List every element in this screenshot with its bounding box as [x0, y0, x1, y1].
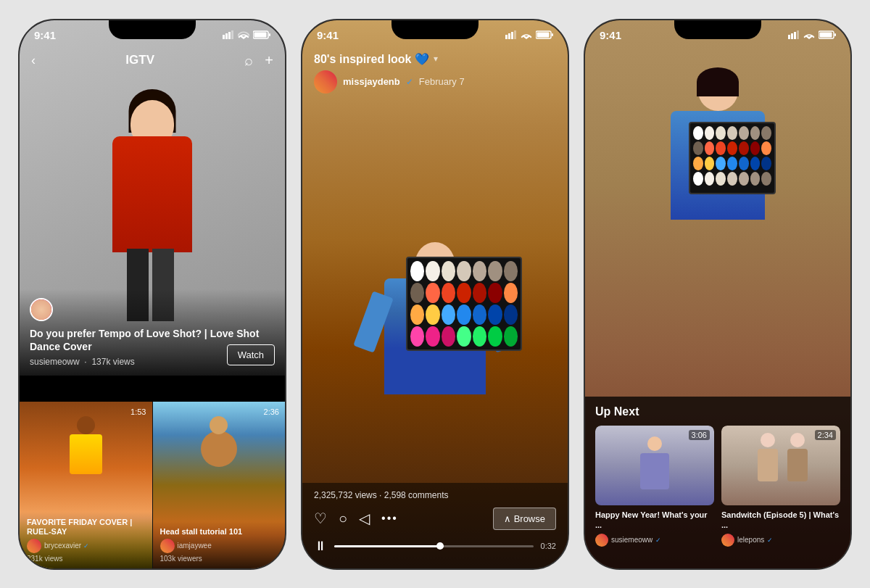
phone2-controls: 2,325,732 views · 2,598 comments ♡ ○ ◁ •… — [302, 483, 568, 568]
dropdown-icon[interactable]: ▾ — [434, 54, 438, 64]
upnext-username-1: susiemeoww — [611, 536, 652, 544]
palette-dot-16 — [716, 157, 726, 170]
video-grid: 1:53 FAVORITE FRIDAY COVER | RUEL-SAY br… — [20, 402, 285, 568]
share-icon[interactable]: ◁ — [359, 510, 370, 527]
phone3-screen: 9:41 Up Nex — [585, 20, 850, 568]
palette-dot-24 — [457, 326, 471, 347]
hero-username: susiemeoww — [30, 357, 80, 367]
progress-bar[interactable] — [334, 545, 534, 547]
upnext-title-1: Happy New Year! What's your ... — [595, 510, 714, 531]
upnext-item-1[interactable]: 3:06 Happy New Year! What's your ... sus… — [595, 426, 714, 547]
svg-rect-13 — [537, 33, 550, 38]
like-icon[interactable]: ♡ — [314, 510, 327, 527]
grid-avatar-1 — [27, 539, 41, 553]
status-time-3: 9:41 — [600, 29, 621, 41]
chevron-up-icon: ∧ — [504, 513, 511, 524]
phone1: 9:41 — [18, 19, 286, 570]
palette-dot-7 — [693, 141, 703, 155]
palette-dot-3 — [457, 261, 471, 281]
grid-username-2: iamjaywee — [178, 542, 212, 550]
hero-video-overlay: Do you prefer Tempo of Love Shot? | Love… — [20, 289, 285, 375]
palette-dot-5 — [488, 261, 502, 281]
svg-rect-17 — [797, 30, 799, 39]
palette-dot-22 — [426, 326, 439, 347]
palette-dot-1 — [426, 261, 439, 281]
palette-dot-2 — [716, 126, 726, 140]
igtv-header-icons: ⌕ + — [244, 52, 273, 69]
wifi-icon-1 — [238, 30, 249, 39]
signal-icon-3 — [788, 30, 800, 39]
svg-rect-20 — [820, 33, 832, 38]
igtv-header: ‹ IGTV ⌕ + — [20, 46, 285, 75]
upnext-duration-2: 2:34 — [815, 430, 836, 440]
palette-dot-6 — [504, 261, 518, 281]
grid-item-2[interactable]: 2:36 Head stall tutorial 101 iamjaywee 1… — [153, 402, 286, 568]
comment-icon[interactable]: ○ — [339, 510, 347, 527]
upnext-username-2: lelepons — [737, 536, 764, 544]
palette-dot-12 — [488, 283, 502, 303]
phone2-stats: 2,325,732 views · 2,598 comments — [314, 490, 556, 500]
upnext-verified-2: ✓ — [767, 537, 773, 544]
browse-button[interactable]: ∧ Browse — [493, 508, 556, 530]
grid-username-1: brycexavier ✓ — [44, 542, 89, 550]
palette-dot-26 — [488, 326, 502, 347]
svg-rect-14 — [788, 35, 790, 39]
wifi-icon-3 — [803, 30, 815, 39]
phone2-header: 80's inspired look 💙 ▾ missjaydenb ✓ Feb… — [302, 46, 568, 99]
palette-dot-4 — [473, 261, 486, 281]
back-button[interactable]: ‹ — [31, 53, 36, 68]
upnext-thumb-1: 3:06 — [595, 426, 714, 505]
phone3-notch — [674, 20, 761, 39]
palette-dot-10 — [727, 141, 737, 155]
phone2: 9:41 — [301, 19, 569, 570]
upnext-label: Up Next — [595, 405, 840, 418]
grid-title-2: Head stall tutorial 101 — [160, 527, 278, 537]
palette-dot-15 — [426, 305, 439, 325]
palette-dot-11 — [739, 141, 749, 155]
action-icons: ♡ ○ ◁ ••• — [314, 510, 398, 527]
palette-dot-2 — [442, 261, 455, 281]
upnext-overlay: Up Next 3:06 — [585, 397, 850, 568]
phone3-person — [645, 71, 790, 289]
upnext-item-2[interactable]: 2:34 Sandwitch (Episode 5) | What's ... … — [721, 426, 840, 547]
phone2-date: February 7 — [419, 76, 465, 87]
phone2-person — [377, 242, 493, 423]
phone2-actions: ♡ ○ ◁ ••• ∧ Browse — [314, 508, 556, 530]
browse-label: Browse — [514, 513, 545, 524]
palette-dot-8 — [426, 283, 439, 303]
pause-button[interactable]: ⏸ — [314, 539, 327, 554]
palette-dot-5 — [750, 126, 761, 140]
search-icon[interactable]: ⌕ — [244, 52, 253, 69]
grid-channel-1: brycexavier ✓ — [27, 539, 145, 553]
battery-icon-1 — [253, 30, 270, 39]
svg-rect-15 — [791, 33, 793, 39]
upnext-avatar-2 — [721, 534, 734, 547]
palette-dot-13 — [761, 141, 771, 155]
palette-dot-10 — [457, 283, 471, 303]
grid-duration-1: 1:53 — [130, 407, 146, 416]
palette-dot-20 — [761, 157, 771, 170]
svg-rect-16 — [794, 32, 796, 39]
phone2-username[interactable]: missjaydenb — [343, 76, 400, 87]
upnext-avatar-1 — [595, 534, 608, 547]
wifi-icon-2 — [521, 30, 532, 39]
palette-dot-0 — [410, 261, 424, 281]
palette-dot-21 — [410, 326, 424, 347]
grid-item-1[interactable]: 1:53 FAVORITE FRIDAY COVER | RUEL-SAY br… — [20, 402, 153, 568]
palette-dot-11 — [473, 283, 486, 303]
palette-dot-9 — [716, 141, 726, 155]
more-options-icon[interactable]: ••• — [381, 512, 398, 525]
status-icons-3 — [788, 30, 836, 39]
svg-rect-2 — [228, 32, 231, 39]
palette-held — [406, 257, 522, 351]
palette-dot-18 — [473, 305, 486, 325]
watch-button[interactable]: Watch — [227, 344, 275, 365]
phone3: 9:41 Up Nex — [584, 19, 852, 570]
battery-icon-2 — [536, 30, 553, 39]
add-icon[interactable]: + — [265, 52, 273, 69]
phone2-video-title: 80's inspired look 💙 — [314, 52, 429, 66]
verified-badge-2: ✓ — [406, 77, 413, 87]
palette-in-hand — [689, 122, 776, 194]
palette-dot-12 — [750, 141, 761, 155]
upnext-verified-1: ✓ — [655, 537, 661, 544]
